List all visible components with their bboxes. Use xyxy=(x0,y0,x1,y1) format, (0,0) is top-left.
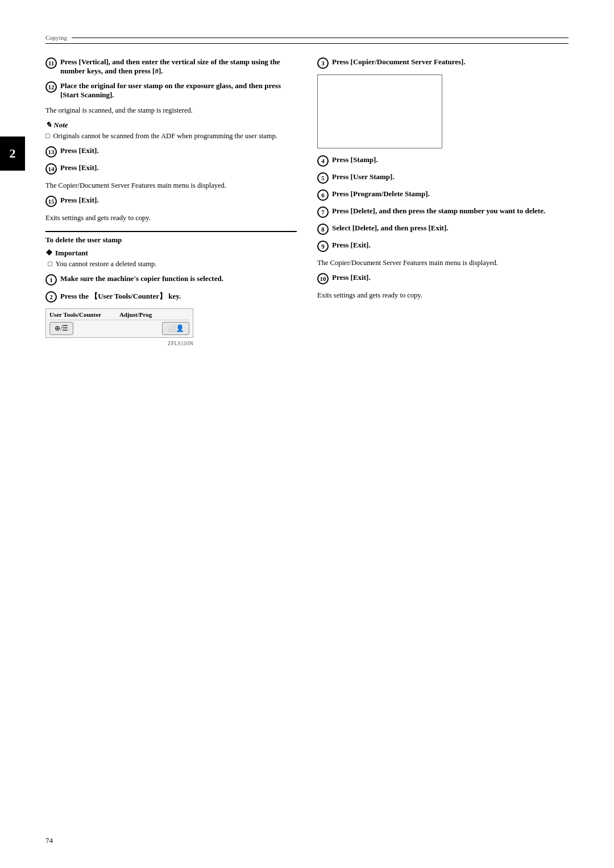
section-heading: To delete the user stamp xyxy=(45,235,297,245)
kbd-buttons: ⊕/☰ ⬜👤 xyxy=(49,322,189,335)
kbd-col1: User Tools/Counter xyxy=(49,311,119,318)
right-step-5-text: Press [User Stamp]. xyxy=(332,172,395,181)
right-step-8: 8 Select [Delete], and then press [Exit]… xyxy=(317,224,569,235)
right-sub-text-1: The Copier/Document Server Features main… xyxy=(317,258,569,268)
right-step-9-content: Press [Exit]. xyxy=(332,241,569,250)
step-15-number: 15 xyxy=(45,196,57,207)
right-step-3: 3 Press [Copier/Document Server Features… xyxy=(317,57,569,69)
step-11-text: Press [Vertical], and then enter the ver… xyxy=(60,57,280,75)
important-icon: ❖ xyxy=(45,248,53,258)
right-step-3-text: Press [Copier/Document Server Features]. xyxy=(332,57,466,66)
kbd-btn-left: ⊕/☰ xyxy=(49,322,73,335)
step-13-number: 13 xyxy=(45,146,57,158)
delete-step-2: 2 Press the 【User Tools/Counter】 key. xyxy=(45,291,297,303)
step-11-content: Press [Vertical], and then enter the ver… xyxy=(60,57,297,76)
step-14-number: 14 xyxy=(45,163,57,175)
important-title: ❖ Important xyxy=(45,248,297,258)
left-column: 11 Press [Vertical], and then enter the … xyxy=(45,57,297,346)
page-header: Copying xyxy=(45,34,569,44)
right-step-5-number: 5 xyxy=(317,172,329,184)
main-content: 11 Press [Vertical], and then enter the … xyxy=(45,57,569,346)
right-step-3-number: 3 xyxy=(317,57,329,69)
right-column: 3 Press [Copier/Document Server Features… xyxy=(317,57,569,346)
note-title: ✎ Note xyxy=(45,121,297,130)
delete-step-1-content: Make sure the machine's copier function … xyxy=(60,274,297,283)
step-11-number: 11 xyxy=(45,57,57,69)
chapter-tab: 2 xyxy=(0,137,25,171)
kbd-header-row: User Tools/Counter Adjust/Prog xyxy=(49,311,189,320)
right-step-10-number: 10 xyxy=(317,273,329,284)
right-step-9: 9 Press [Exit]. xyxy=(317,241,569,252)
right-step-4-content: Press [Stamp]. xyxy=(332,155,569,164)
step-14: 14 Press [Exit]. xyxy=(45,163,297,175)
delete-step-1-number: 1 xyxy=(45,274,57,286)
right-step-10: 10 Press [Exit]. xyxy=(317,273,569,284)
screen-image xyxy=(317,75,442,148)
right-step-5-content: Press [User Stamp]. xyxy=(332,172,569,181)
important-item: You cannot restore a deleted stamp. xyxy=(48,260,297,268)
note-section: ✎ Note Originals cannot be scanned from … xyxy=(45,121,297,140)
right-step-10-content: Press [Exit]. xyxy=(332,273,569,282)
kbd-btn-left-symbol: ⊕/☰ xyxy=(55,324,68,333)
section-divider xyxy=(45,231,297,232)
step-13: 13 Press [Exit]. xyxy=(45,146,297,158)
step-15-text: Press [Exit]. xyxy=(60,196,99,204)
step-12-content: Place the original for user stamp on the… xyxy=(60,81,297,100)
right-step-10-text: Press [Exit]. xyxy=(332,273,371,282)
page-number: 74 xyxy=(45,836,53,845)
keyboard-image: User Tools/Counter Adjust/Prog ⊕/☰ ⬜👤 xyxy=(45,308,193,338)
right-step-6-content: Press [Program/Delete Stamp]. xyxy=(332,189,569,199)
right-step-7-content: Press [Delete], and then press the stamp… xyxy=(332,206,569,216)
kbd-btn-right-symbol: ⬜👤 xyxy=(167,324,184,333)
right-step-7: 7 Press [Delete], and then press the sta… xyxy=(317,206,569,218)
step-11: 11 Press [Vertical], and then enter the … xyxy=(45,57,297,76)
right-step-9-text: Press [Exit]. xyxy=(332,241,371,249)
right-sub-text-2: Exits settings and gets ready to copy. xyxy=(317,290,569,301)
right-step-5: 5 Press [User Stamp]. xyxy=(317,172,569,184)
kbd-btn-right: ⬜👤 xyxy=(162,322,189,335)
step-13-text: Press [Exit]. xyxy=(60,146,99,155)
delete-step-1: 1 Make sure the machine's copier functio… xyxy=(45,274,297,286)
right-step-4-text: Press [Stamp]. xyxy=(332,155,378,164)
right-step-3-content: Press [Copier/Document Server Features]. xyxy=(332,57,569,67)
important-section: ❖ Important You cannot restore a deleted… xyxy=(45,248,297,268)
step-14-text: Press [Exit]. xyxy=(60,163,99,172)
right-step-6-text: Press [Program/Delete Stamp]. xyxy=(332,189,430,198)
right-step-9-number: 9 xyxy=(317,241,329,252)
note-item: Originals cannot be scanned from the ADF… xyxy=(45,132,297,140)
kbd-caption: ZFLS110N xyxy=(45,340,193,346)
step-12-text: Place the original for user stamp on the… xyxy=(60,81,281,99)
right-step-4: 4 Press [Stamp]. xyxy=(317,155,569,167)
header-rule xyxy=(72,38,569,38)
delete-step-2-content: Press the 【User Tools/Counter】 key. xyxy=(60,291,297,301)
right-step-4-number: 4 xyxy=(317,155,329,167)
delete-step-2-number: 2 xyxy=(45,291,57,303)
step-12-number: 12 xyxy=(45,81,57,93)
right-step-7-text: Press [Delete], and then press the stamp… xyxy=(332,206,545,215)
right-step-6-number: 6 xyxy=(317,189,329,201)
chapter-number: 2 xyxy=(10,146,16,161)
delete-step-1-text: Make sure the machine's copier function … xyxy=(60,274,223,283)
important-label: Important xyxy=(55,249,88,258)
right-step-7-number: 7 xyxy=(317,206,329,218)
right-step-8-content: Select [Delete], and then press [Exit]. xyxy=(332,224,569,233)
step-14-content: Press [Exit]. xyxy=(60,163,297,172)
page: 2 Copying 11 Press [Vertical], and then … xyxy=(0,0,614,868)
step-15-content: Press [Exit]. xyxy=(60,196,297,205)
step-13-content: Press [Exit]. xyxy=(60,146,297,155)
right-step-8-text: Select [Delete], and then press [Exit]. xyxy=(332,224,448,232)
sub-text-2: The Copier/Document Server Features main… xyxy=(45,180,297,191)
right-step-6: 6 Press [Program/Delete Stamp]. xyxy=(317,189,569,201)
step-12: 12 Place the original for user stamp on … xyxy=(45,81,297,100)
right-step-8-number: 8 xyxy=(317,224,329,235)
step-15: 15 Press [Exit]. xyxy=(45,196,297,207)
sub-text-3: Exits settings and gets ready to copy. xyxy=(45,213,297,224)
delete-step-2-text: Press the 【User Tools/Counter】 key. xyxy=(60,292,181,300)
kbd-col2: Adjust/Prog xyxy=(119,311,189,318)
header-text: Copying xyxy=(45,34,67,41)
sub-text-1: The original is scanned, and the stamp i… xyxy=(45,105,297,116)
